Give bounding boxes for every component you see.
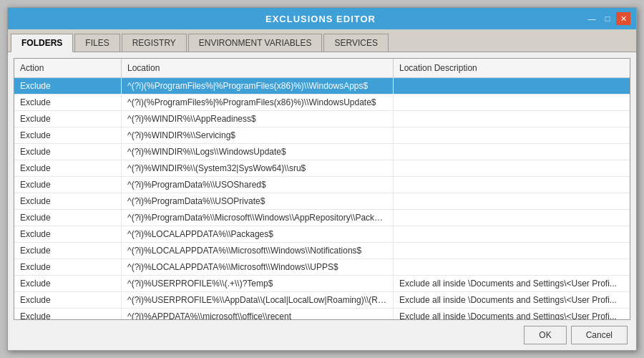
title-bar: EXCLUSIONS EDITOR — □ ✕: [8, 8, 636, 29]
tab-environment-variables[interactable]: ENVIRONMENT VARIABLES: [188, 34, 323, 52]
cell-action: Exclude: [14, 226, 122, 242]
table-row[interactable]: Exclude^(?i)%ProgramData%\\USOPrivate$: [14, 193, 630, 210]
cell-action: Exclude: [14, 95, 122, 110]
cell-location: ^(?i)%ProgramData%\\Microsoft\\Windows\\…: [122, 210, 394, 226]
cell-description: [394, 78, 630, 94]
table-row[interactable]: Exclude^(?i)%WINDIR%\\Logs\\WindowsUpdat…: [14, 144, 630, 160]
tab-registry[interactable]: REGISTRY: [122, 34, 187, 52]
table-row[interactable]: Exclude^(?i)%LOCALAPPDATA%\\Microsoft\\W…: [14, 243, 630, 259]
cell-description: [394, 243, 630, 258]
cell-action: Exclude: [14, 309, 122, 319]
table-row[interactable]: Exclude^(?i)%WINDIR%\\(System32|SysWow64…: [14, 160, 630, 177]
close-button[interactable]: ✕: [616, 12, 630, 25]
cell-location: ^(?i)%ProgramData%\\USOPrivate$: [122, 193, 394, 209]
cell-location: ^(?i)%WINDIR%\\AppReadiness$: [122, 111, 394, 127]
table-row[interactable]: Exclude^(?i)%WINDIR%\\Servicing$: [14, 127, 630, 144]
cell-description: Exclude all inside \Documents and Settin…: [394, 309, 630, 319]
cell-action: Exclude: [14, 276, 122, 291]
cell-action: Exclude: [14, 177, 122, 193]
cell-location: ^(?i)%WINDIR%\\Servicing$: [122, 127, 394, 143]
window-controls: — □ ✕: [585, 12, 630, 25]
cell-action: Exclude: [14, 292, 122, 308]
cell-description: [394, 210, 630, 226]
window-title: EXCLUSIONS EDITOR: [57, 14, 585, 24]
cell-action: Exclude: [14, 78, 122, 94]
cell-location: ^(?i)%APPDATA%\\microsoft\\office\\recen…: [122, 309, 394, 319]
table-row[interactable]: Exclude^(?i)%USERPROFILE%\\AppData\\(Loc…: [14, 292, 630, 309]
cell-action: Exclude: [14, 160, 122, 176]
cell-location: ^(?i)(%ProgramFiles%|%ProgramFiles(x86)%…: [122, 95, 394, 110]
table-row[interactable]: Exclude^(?i)%ProgramData%\\Microsoft\\Wi…: [14, 210, 630, 226]
tab-files[interactable]: FILES: [74, 34, 119, 52]
cell-description: [394, 259, 630, 275]
cell-location: ^(?i)(%ProgramFiles%|%ProgramFiles(x86)%…: [122, 78, 394, 94]
cell-action: Exclude: [14, 243, 122, 258]
maximize-button[interactable]: □: [600, 12, 615, 25]
cell-action: Exclude: [14, 111, 122, 127]
table-body[interactable]: Exclude^(?i)(%ProgramFiles%|%ProgramFile…: [14, 78, 630, 319]
tab-folders[interactable]: FOLDERS: [11, 34, 73, 52]
footer: OK Cancel: [14, 320, 630, 344]
table-row[interactable]: Exclude^(?i)%WINDIR%\\AppReadiness$: [14, 111, 630, 127]
table-row[interactable]: Exclude^(?i)%LOCALAPPDATA%\\Microsoft\\W…: [14, 259, 630, 276]
cell-description: [394, 193, 630, 209]
cell-description: [394, 226, 630, 242]
cell-description: [394, 111, 630, 127]
minimize-button[interactable]: —: [585, 12, 599, 25]
table-row[interactable]: Exclude^(?i)%LOCALAPPDATA%\\Packages$: [14, 226, 630, 243]
col-description: Location Description: [394, 59, 630, 77]
cell-location: ^(?i)%LOCALAPPDATA%\\Microsoft\\Windows\…: [122, 259, 394, 275]
cell-location: ^(?i)%LOCALAPPDATA%\\Packages$: [122, 226, 394, 242]
table-row[interactable]: Exclude^(?i)(%ProgramFiles%|%ProgramFile…: [14, 95, 630, 111]
main-window: EXCLUSIONS EDITOR — □ ✕ FOLDERSFILESREGI…: [7, 7, 637, 351]
ok-button[interactable]: OK: [524, 326, 566, 344]
cell-location: ^(?i)%ProgramData%\\USOShared$: [122, 177, 394, 193]
tab-bar: FOLDERSFILESREGISTRYENVIRONMENT VARIABLE…: [8, 29, 636, 52]
cell-action: Exclude: [14, 193, 122, 209]
cell-description: [394, 127, 630, 143]
cell-action: Exclude: [14, 144, 122, 160]
col-action: Action: [14, 59, 122, 77]
cell-action: Exclude: [14, 127, 122, 143]
cell-location: ^(?i)%USERPROFILE%\\(.+\\)?Temp$: [122, 276, 394, 291]
cell-description: [394, 160, 630, 176]
exclusions-table: Action Location Location Description Exc…: [14, 58, 630, 320]
col-location: Location: [122, 59, 394, 77]
cell-location: ^(?i)%USERPROFILE%\\AppData\\(Local|Loca…: [122, 292, 394, 308]
table-row[interactable]: Exclude^(?i)%APPDATA%\\microsoft\\office…: [14, 309, 630, 319]
content-area: Action Location Location Description Exc…: [8, 52, 636, 350]
cell-description: [394, 95, 630, 110]
table-header: Action Location Location Description: [14, 59, 630, 78]
cell-location: ^(?i)%WINDIR%\\Logs\\WindowsUpdate$: [122, 144, 394, 160]
cancel-button[interactable]: Cancel: [571, 326, 628, 344]
cell-location: ^(?i)%LOCALAPPDATA%\\Microsoft\\Windows\…: [122, 243, 394, 258]
table-row[interactable]: Exclude^(?i)(%ProgramFiles%|%ProgramFile…: [14, 78, 630, 95]
cell-description: Exclude all inside \Documents and Settin…: [394, 292, 630, 308]
tab-services[interactable]: SERVICES: [323, 34, 388, 52]
cell-description: [394, 144, 630, 160]
cell-description: Exclude all inside \Documents and Settin…: [394, 276, 630, 291]
cell-action: Exclude: [14, 259, 122, 275]
cell-description: [394, 177, 630, 193]
cell-action: Exclude: [14, 210, 122, 226]
table-row[interactable]: Exclude^(?i)%USERPROFILE%\\(.+\\)?Temp$E…: [14, 276, 630, 292]
table-row[interactable]: Exclude^(?i)%ProgramData%\\USOShared$: [14, 177, 630, 193]
cell-location: ^(?i)%WINDIR%\\(System32|SysWow64)\\sru$: [122, 160, 394, 176]
